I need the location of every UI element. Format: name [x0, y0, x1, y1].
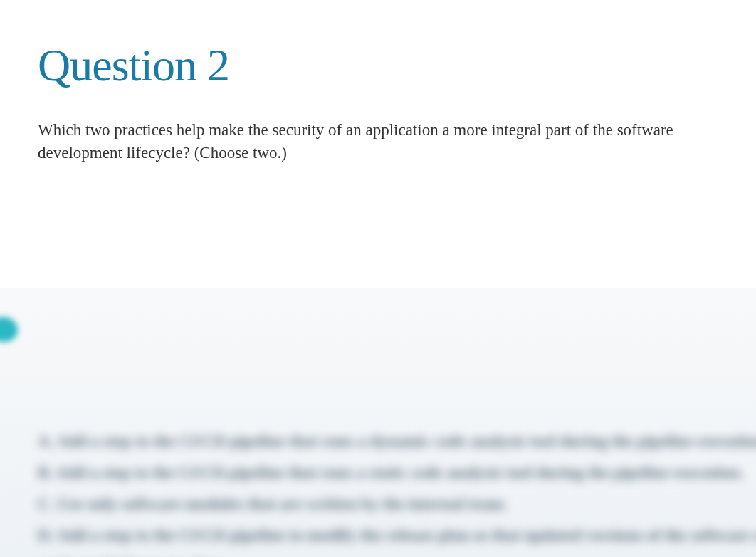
- blurred-overlay: A. Add a step to the CI/CD pipeline that…: [0, 288, 756, 557]
- option-d-cont: made available more often.: [38, 553, 756, 557]
- question-content: Question 2 Which two practices help make…: [0, 0, 756, 165]
- option-c: C. Use only software modules that are wr…: [38, 490, 756, 518]
- option-b: B. Add a step to the CI/CD pipeline that…: [38, 459, 756, 486]
- blurred-options-list: A. Add a step to the CI/CD pipeline that…: [38, 427, 756, 557]
- question-title: Question 2: [38, 39, 718, 92]
- option-a: A. Add a step to the CI/CD pipeline that…: [38, 427, 756, 455]
- question-text: Which two practices help make the securi…: [38, 119, 718, 165]
- decorative-shape: [0, 315, 20, 344]
- option-d: D. Add a step to the CI/CD pipeline to m…: [38, 521, 756, 549]
